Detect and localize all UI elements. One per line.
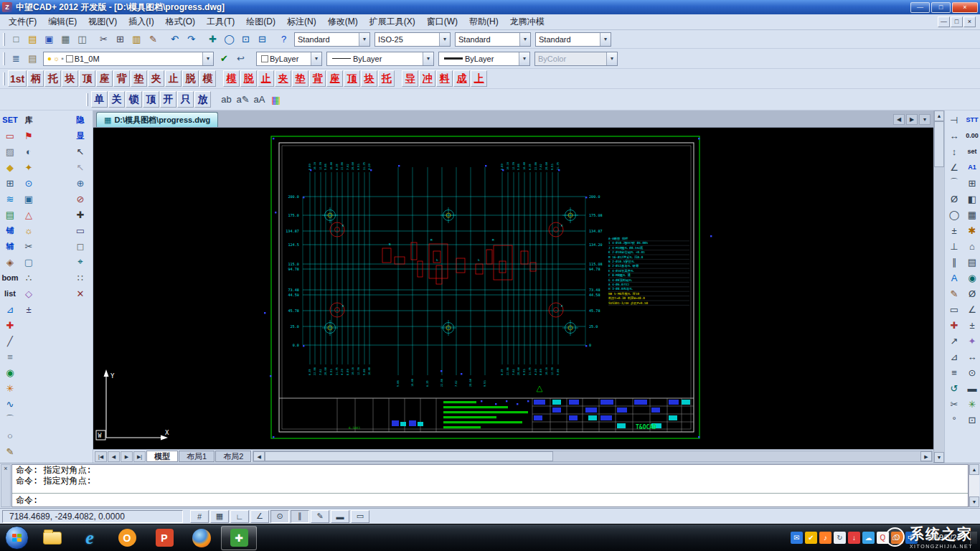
tray-message-icon[interactable]: ✉ bbox=[791, 532, 803, 544]
ortho-toggle[interactable]: ∟ bbox=[230, 510, 249, 523]
layout-tab-1[interactable]: 模型 bbox=[146, 451, 178, 462]
layout-tab-2[interactable]: 布局1 bbox=[179, 451, 215, 462]
tool-button[interactable]: ⌒ bbox=[1, 412, 19, 428]
tool-button[interactable]: ± bbox=[20, 301, 37, 317]
layer-manager-button[interactable]: ≣ bbox=[8, 51, 24, 67]
h-scroll-right-arrow[interactable]: ▶ bbox=[920, 451, 932, 461]
die-tool-g2-2[interactable]: 脱 bbox=[240, 70, 257, 87]
die-tool-g1-6[interactable]: 座 bbox=[96, 70, 113, 87]
tool-button[interactable]: ∠ bbox=[963, 301, 980, 317]
menu-item-7[interactable]: 绘图(D) bbox=[240, 14, 281, 29]
paste-button[interactable]: ▥ bbox=[128, 32, 145, 47]
tool-button[interactable]: ⊙ bbox=[20, 175, 37, 191]
die-tool-g3-1[interactable]: 导 bbox=[402, 70, 418, 87]
die-tool-g1-8[interactable]: 垫 bbox=[131, 70, 147, 87]
layer-combo[interactable]: ●☼▪B1_0M▾ bbox=[43, 52, 214, 66]
die-tool-g2-4[interactable]: 夹 bbox=[275, 70, 291, 87]
mold-tool-7[interactable]: 放 bbox=[194, 91, 211, 108]
text-find-button[interactable]: ab bbox=[218, 92, 235, 108]
tool-button[interactable]: ◆ bbox=[1, 159, 19, 175]
tool-button[interactable]: ⊡ bbox=[963, 412, 980, 428]
tool-button[interactable]: ⊕ bbox=[72, 175, 89, 191]
tool-button[interactable]: ↕ bbox=[946, 143, 963, 159]
set-button[interactable]: SET bbox=[1, 112, 19, 128]
taskbar-app-powerpoint[interactable]: P bbox=[146, 526, 182, 550]
menu-item-10[interactable]: 扩展工具(X) bbox=[364, 14, 421, 29]
dropdown-arrow-icon[interactable]: ▾ bbox=[519, 52, 529, 65]
tool-button[interactable]: ✚ bbox=[1, 317, 19, 333]
close-button[interactable]: × bbox=[952, 2, 978, 13]
pan-button[interactable]: ✚ bbox=[204, 32, 221, 47]
tab-list-button[interactable]: ▾ bbox=[919, 114, 930, 125]
tool-button[interactable]: ∴ bbox=[20, 270, 37, 286]
menu-item-13[interactable]: 龙腾冲模 bbox=[504, 14, 550, 29]
tool-button[interactable]: ⊘ bbox=[72, 191, 89, 207]
tool-button[interactable]: ∥ bbox=[946, 254, 963, 270]
dropdown-arrow-icon[interactable]: ▾ bbox=[606, 52, 617, 65]
tool-button[interactable]: ↔ bbox=[963, 349, 980, 364]
die-tool-g1-5[interactable]: 顶 bbox=[79, 70, 95, 87]
tool-button[interactable]: ° bbox=[946, 412, 963, 428]
tool-button[interactable]: ▬ bbox=[963, 380, 980, 396]
v-scroll-up-arrow[interactable]: ▲ bbox=[934, 110, 944, 121]
tool-button[interactable]: ⊿ bbox=[946, 349, 963, 364]
menu-item-2[interactable]: 编辑(E) bbox=[42, 14, 83, 29]
save-button[interactable]: ▣ bbox=[41, 32, 57, 47]
tool-button[interactable]: ◻ bbox=[72, 238, 89, 254]
tool-button[interactable]: ✚ bbox=[946, 317, 963, 333]
color-palette-button[interactable]: ▦ bbox=[268, 92, 284, 108]
show-button[interactable]: 显 bbox=[72, 128, 89, 143]
tool-button[interactable]: ✕ bbox=[72, 286, 89, 301]
die-tool-g2-10[interactable]: 托 bbox=[378, 70, 395, 87]
mdi-close-button[interactable]: × bbox=[963, 17, 976, 27]
tool-button[interactable]: ✂ bbox=[946, 396, 963, 412]
mold-tool-6[interactable]: 只 bbox=[177, 91, 194, 108]
help-button[interactable]: ? bbox=[275, 32, 292, 47]
tool-button[interactable]: ◯ bbox=[946, 207, 963, 222]
tool-button[interactable]: ∠ bbox=[946, 159, 963, 175]
mleader-style-combo[interactable]: Standard▾ bbox=[535, 32, 611, 47]
dropdown-arrow-icon[interactable]: ▾ bbox=[519, 33, 530, 46]
toolbar-grip-4[interactable] bbox=[86, 93, 88, 106]
tray-music-icon[interactable]: ♪ bbox=[819, 532, 831, 544]
v-scroll-track[interactable] bbox=[934, 121, 944, 452]
mold-tool-5[interactable]: 开 bbox=[160, 91, 176, 108]
dropdown-arrow-icon[interactable]: ▾ bbox=[600, 33, 611, 46]
layout-nav-4[interactable]: ▶| bbox=[133, 451, 146, 462]
toolbar-grip[interactable] bbox=[3, 33, 5, 46]
dropdown-arrow-icon[interactable]: ▾ bbox=[202, 52, 213, 65]
dropdown-arrow-icon[interactable]: ▾ bbox=[359, 33, 369, 46]
tool-button[interactable]: ⚑ bbox=[20, 128, 37, 143]
die-tool-g1-2[interactable]: 柄 bbox=[27, 70, 44, 87]
match-properties-button[interactable]: ✎ bbox=[145, 32, 161, 47]
taskbar-app-tools[interactable]: ✚ bbox=[221, 526, 257, 550]
tool-button[interactable]: ◉ bbox=[963, 270, 980, 286]
dropdown-arrow-icon[interactable]: ▾ bbox=[311, 52, 321, 65]
menu-item-5[interactable]: 格式(O) bbox=[160, 14, 201, 29]
tool-button[interactable]: set bbox=[963, 143, 980, 159]
tool-button[interactable]: ▨ bbox=[1, 143, 19, 159]
die-tool-g1-11[interactable]: 脱 bbox=[182, 70, 199, 87]
cad-canvas[interactable]: T&OCAD6.50X1200.0200.0175.0175.08134.871… bbox=[93, 128, 933, 449]
command-scrollbar[interactable]: ▲▼ bbox=[969, 464, 979, 507]
tool-button[interactable]: ✎ bbox=[1, 443, 19, 459]
tool-button[interactable]: Ø bbox=[963, 286, 980, 301]
zoom-previous-button[interactable]: ⊟ bbox=[254, 32, 270, 47]
dropdown-arrow-icon[interactable]: ▾ bbox=[439, 33, 450, 46]
menu-item-11[interactable]: 窗口(W) bbox=[421, 14, 463, 29]
taskbar-app-mail[interactable]: O bbox=[109, 526, 145, 550]
tool-button[interactable]: ∷ bbox=[72, 270, 89, 286]
tool-button[interactable]: ◈ bbox=[1, 254, 19, 270]
tool-button[interactable]: A1 bbox=[963, 159, 980, 175]
tool-button[interactable]: ⊙ bbox=[963, 364, 980, 380]
toolbar-grip-2[interactable] bbox=[3, 52, 5, 65]
tool-button[interactable]: ⌒ bbox=[946, 175, 963, 191]
start-button[interactable] bbox=[5, 526, 29, 550]
toolbar-grip-3[interactable] bbox=[3, 72, 5, 85]
model-toggle[interactable]: ▭ bbox=[351, 510, 369, 523]
command-scroll-up[interactable]: ▲ bbox=[969, 464, 979, 475]
tool-button[interactable]: ↔ bbox=[946, 128, 963, 143]
mdi-restore-button[interactable]: □ bbox=[951, 17, 963, 27]
command-dock[interactable]: × bbox=[1, 464, 11, 507]
tool-button[interactable]: ✚ bbox=[72, 207, 89, 222]
